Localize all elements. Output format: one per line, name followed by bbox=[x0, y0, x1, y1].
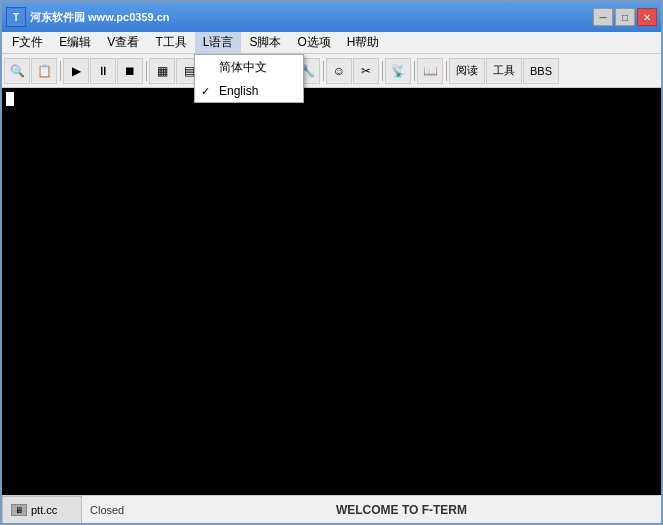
toolbar-read-button[interactable]: 阅读 bbox=[449, 58, 485, 84]
status-tab[interactable]: 🖥 ptt.cc bbox=[2, 496, 82, 523]
close-button[interactable]: ✕ bbox=[637, 8, 657, 26]
toolbar-btn-pause[interactable]: ⏸ bbox=[90, 58, 116, 84]
toolbar-bbs-button[interactable]: BBS bbox=[523, 58, 559, 84]
welcome-text: WELCOME TO F-TERM bbox=[142, 503, 661, 517]
terminal-area[interactable] bbox=[2, 88, 661, 495]
toolbar-sep-5 bbox=[321, 58, 325, 84]
menu-view[interactable]: V查看 bbox=[99, 32, 147, 53]
lang-english[interactable]: English bbox=[195, 80, 303, 102]
toolbar-btn-clipboard[interactable]: 📋 bbox=[31, 58, 57, 84]
toolbar-btn-play[interactable]: ▶ bbox=[63, 58, 89, 84]
connection-state: Closed bbox=[82, 504, 142, 516]
title-logo: 河东软件园 www.pc0359.cn bbox=[30, 10, 170, 25]
tab-icon: 🖥 bbox=[11, 504, 27, 516]
toolbar-btn-book[interactable]: 📖 bbox=[417, 58, 443, 84]
lang-chinese[interactable]: 简体中文 bbox=[195, 55, 303, 80]
menu-script[interactable]: S脚本 bbox=[241, 32, 289, 53]
tab-label: ptt.cc bbox=[31, 504, 57, 516]
toolbar-btn-grid1[interactable]: ▦ bbox=[149, 58, 175, 84]
toolbar-sep-6 bbox=[380, 58, 384, 84]
minimize-button[interactable]: ─ bbox=[593, 8, 613, 26]
title-bar-left: T 河东软件园 www.pc0359.cn bbox=[6, 7, 170, 27]
status-bar: 🖥 ptt.cc Closed WELCOME TO F-TERM bbox=[2, 495, 661, 523]
menu-help[interactable]: H帮助 bbox=[339, 32, 388, 53]
menu-language[interactable]: L语言 bbox=[195, 32, 242, 53]
window-controls: ─ □ ✕ bbox=[593, 8, 657, 26]
title-bar: T 河东软件园 www.pc0359.cn ─ □ ✕ bbox=[2, 2, 661, 32]
toolbar-sep-1 bbox=[58, 58, 62, 84]
toolbar-tools-button[interactable]: 工具 bbox=[486, 58, 522, 84]
menu-edit[interactable]: E编辑 bbox=[51, 32, 99, 53]
main-window: T 河东软件园 www.pc0359.cn ─ □ ✕ F文件 E编辑 V查看 … bbox=[0, 0, 663, 525]
menu-bar: F文件 E编辑 V查看 T工具 L语言 S脚本 O选项 H帮助 简体中文 Eng… bbox=[2, 32, 661, 54]
toolbar-btn-scissors[interactable]: ✂ bbox=[353, 58, 379, 84]
menu-tools[interactable]: T工具 bbox=[147, 32, 194, 53]
toolbar-sep-8 bbox=[444, 58, 448, 84]
terminal-cursor bbox=[6, 92, 14, 106]
toolbar-btn-stop[interactable]: ⏹ bbox=[117, 58, 143, 84]
menu-file[interactable]: F文件 bbox=[4, 32, 51, 53]
language-dropdown: 简体中文 English bbox=[194, 54, 304, 103]
toolbar-btn-connect[interactable]: 📡 bbox=[385, 58, 411, 84]
app-icon: T bbox=[6, 7, 26, 27]
toolbar: 🔍 📋 ▶ ⏸ ⏹ ▦ ▤ ✓ 📄 ⚙ 🔧 ☺ ✂ 📡 📖 阅读 工具 BBS bbox=[2, 54, 661, 88]
menu-options[interactable]: O选项 bbox=[289, 32, 338, 53]
toolbar-btn-smiley[interactable]: ☺ bbox=[326, 58, 352, 84]
toolbar-sep-7 bbox=[412, 58, 416, 84]
toolbar-sep-2 bbox=[144, 58, 148, 84]
toolbar-btn-search[interactable]: 🔍 bbox=[4, 58, 30, 84]
maximize-button[interactable]: □ bbox=[615, 8, 635, 26]
